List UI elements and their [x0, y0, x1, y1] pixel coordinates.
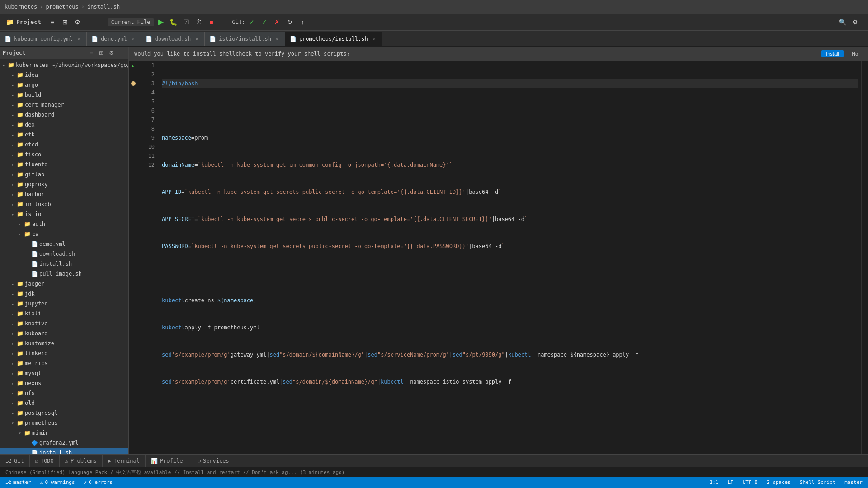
- tree-item-influxdb[interactable]: 📁 influxdb: [0, 199, 128, 209]
- tab-istio[interactable]: 📄 istio/install.sh ×: [205, 32, 285, 46]
- tree-item-auth[interactable]: 📁 auth: [0, 219, 128, 229]
- breadcrumb-file[interactable]: install.sh: [87, 4, 120, 10]
- sidebar-action-collapse[interactable]: –: [117, 48, 126, 57]
- tree-item-jupyter[interactable]: 📁 jupyter: [0, 299, 128, 309]
- run-button[interactable]: ▶: [155, 16, 167, 28]
- tree-item-dex[interactable]: 📁 dex: [0, 120, 128, 130]
- tree-item-goproxy[interactable]: 📁 goproxy: [0, 179, 128, 189]
- tree-item-install-sh-istio[interactable]: 📄 install.sh: [0, 259, 128, 269]
- tree-item-prometheus[interactable]: 📁 prometheus: [0, 418, 128, 428]
- sidebar-tree[interactable]: 📁 kubernetes ~/zhouxin/workspaces/go/kub…: [0, 59, 128, 454]
- tree-item-old[interactable]: 📁 old: [0, 398, 128, 408]
- tree-item-pull-image-sh[interactable]: 📄 pull-image.sh: [0, 269, 128, 279]
- tree-item-kustomize[interactable]: 📁 kustomize: [0, 338, 128, 348]
- tab-close-download[interactable]: ×: [193, 37, 200, 42]
- tree-item-harbor[interactable]: 📁 harbor: [0, 189, 128, 199]
- sidebar-actions: ≡ ⊞ ⚙ –: [87, 48, 126, 57]
- vcs-update-btn[interactable]: ↻: [284, 16, 296, 28]
- tab-close-istio[interactable]: ×: [274, 37, 280, 42]
- settings-button[interactable]: ⚙: [849, 16, 861, 28]
- tab-download[interactable]: 📄 download.sh ×: [141, 32, 205, 46]
- sidebar-header: Project ≡ ⊞ ⚙ –: [0, 47, 128, 59]
- breadcrumb-prometheus[interactable]: prometheus: [46, 4, 78, 10]
- sidebar-action-settings[interactable]: ⚙: [107, 48, 116, 57]
- tree-root[interactable]: 📁 kubernetes ~/zhouxin/workspaces/go/kub…: [0, 60, 128, 70]
- tree-item-jaeger[interactable]: 📁 jaeger: [0, 279, 128, 289]
- bottom-tab-problems[interactable]: ⚠ Problems: [60, 455, 103, 467]
- tree-item-mimir[interactable]: 📁 mimir: [0, 428, 128, 438]
- sidebar-action-scope[interactable]: ⊞: [97, 48, 106, 57]
- tree-item-install-sh-prometheus[interactable]: 📄 install.sh: [0, 448, 128, 454]
- sidebar-action-structure[interactable]: ≡: [87, 48, 96, 57]
- tab-prometheus[interactable]: 📄 prometheus/install.sh ×: [285, 32, 382, 46]
- tree-item-argo[interactable]: 📁 argo: [0, 80, 128, 90]
- status-lf[interactable]: LF: [726, 477, 735, 488]
- tree-arrow-linkerd: [9, 350, 16, 357]
- tree-item-dashboard[interactable]: 📁 dashboard: [0, 110, 128, 120]
- tree-item-kiali[interactable]: 📁 kiali: [0, 309, 128, 319]
- tree-item-mysql[interactable]: 📁 mysql: [0, 368, 128, 378]
- tab-close-prometheus[interactable]: ×: [371, 37, 377, 42]
- tab-kubeadm[interactable]: 📄 kubeadm-config.yml ×: [0, 32, 87, 46]
- vcs-checkmark-2[interactable]: ✓: [259, 16, 270, 28]
- search-button[interactable]: 🔍: [836, 16, 848, 28]
- tree-item-etcd[interactable]: 📁 etcd: [0, 140, 128, 150]
- toolbar-structure-btn[interactable]: ≡: [47, 16, 58, 28]
- debug-button[interactable]: 🐛: [168, 16, 179, 28]
- vcs-push-btn[interactable]: ↑: [297, 16, 308, 28]
- tree-item-idea[interactable]: 📁 idea: [0, 70, 128, 80]
- tree-item-postgresql[interactable]: 📁 postgresql: [0, 408, 128, 418]
- no-button[interactable]: No: [847, 50, 863, 57]
- breadcrumb-kubernetes[interactable]: kubernetes: [5, 4, 37, 10]
- status-warnings[interactable]: ⚠ 0 warnings: [38, 477, 77, 488]
- tab-close-demo[interactable]: ×: [130, 37, 136, 42]
- bottom-tab-services[interactable]: ⚙ Services: [192, 455, 235, 467]
- code-content[interactable]: #!/bin/bash namespace=prom domainName=`k…: [158, 61, 861, 454]
- bottom-tab-profiler[interactable]: 📊 Profiler: [146, 455, 192, 467]
- status-language[interactable]: Shell Script: [798, 477, 837, 488]
- tree-item-fluentd[interactable]: 📁 fluentd: [0, 160, 128, 169]
- tree-item-demo-yml[interactable]: 📄 demo.yml: [0, 239, 128, 249]
- tab-demo[interactable]: 📄 demo.yml ×: [87, 32, 141, 46]
- tree-item-build[interactable]: 📁 build: [0, 90, 128, 100]
- status-encoding[interactable]: UTF-8: [741, 477, 760, 488]
- status-master[interactable]: master: [843, 477, 864, 488]
- folder-icon-dex: 📁: [16, 121, 24, 128]
- status-position[interactable]: 1:1: [708, 477, 721, 488]
- bottom-tab-todo[interactable]: ☑ TODO: [30, 455, 60, 467]
- tree-item-jdk[interactable]: 📁 jdk: [0, 289, 128, 299]
- tree-item-fisco[interactable]: 📁 fisco: [0, 150, 128, 160]
- status-git-branch[interactable]: ⎇ master: [4, 477, 33, 488]
- tree-item-istio[interactable]: 📁 istio: [0, 209, 128, 219]
- tree-item-nexus[interactable]: 📁 nexus: [0, 378, 128, 388]
- tree-item-nfs[interactable]: 📁 nfs: [0, 388, 128, 398]
- tree-item-download-sh[interactable]: 📄 download.sh: [0, 249, 128, 259]
- tree-item-cert-manager[interactable]: 📁 cert-manager: [0, 100, 128, 110]
- tree-item-efk[interactable]: 📁 efk: [0, 130, 128, 140]
- tree-item-metrics[interactable]: 📁 metrics: [0, 358, 128, 368]
- status-indent[interactable]: 2 spaces: [765, 477, 793, 488]
- tree-arrow-jupyter: [9, 300, 16, 307]
- tree-item-linkerd[interactable]: 📁 linkerd: [0, 348, 128, 358]
- tree-item-ca[interactable]: 📁 ca: [0, 229, 128, 239]
- stop-button[interactable]: ■: [206, 16, 217, 28]
- tree-item-grafana2-yml[interactable]: 🔷 grafana2.yml: [0, 438, 128, 448]
- install-button[interactable]: Install: [821, 50, 844, 57]
- tab-close-kubeadm[interactable]: ×: [75, 37, 82, 42]
- run-config-label[interactable]: Current File: [108, 18, 154, 26]
- toolbar-scope-btn[interactable]: ⊞: [59, 16, 71, 28]
- tree-item-kuboard[interactable]: 📁 kuboard: [0, 328, 128, 338]
- tree-item-knative[interactable]: 📁 knative: [0, 319, 128, 328]
- toolbar-settings-btn[interactable]: ⚙: [72, 16, 84, 28]
- status-errors[interactable]: ✗ 0 errors: [82, 477, 115, 488]
- tree-item-gitlab[interactable]: 📁 gitlab: [0, 169, 128, 179]
- warnings-text: 0 warnings: [45, 479, 75, 485]
- vcs-checkmark-1[interactable]: ✓: [246, 16, 258, 28]
- vcs-x-btn[interactable]: ✗: [271, 16, 283, 28]
- bottom-tab-terminal[interactable]: ▶ Terminal: [103, 455, 146, 467]
- bottom-tab-git[interactable]: ⎇ Git: [0, 455, 30, 467]
- code-editor[interactable]: ▶ 1 2 3 4 5: [129, 61, 868, 454]
- toolbar-collapse-btn[interactable]: –: [85, 16, 96, 28]
- profile-button[interactable]: ⏱: [193, 16, 205, 28]
- coverage-button[interactable]: ☑: [180, 16, 192, 28]
